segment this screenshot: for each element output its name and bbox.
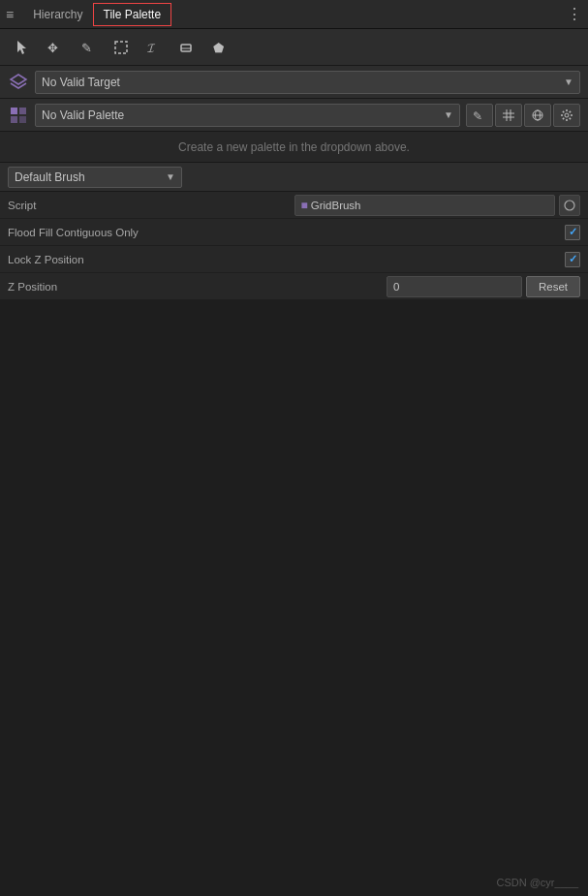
- menu-icon[interactable]: ≡: [6, 7, 14, 22]
- flood-fill-checkbox[interactable]: [565, 225, 580, 240]
- layer-icon: [8, 72, 29, 93]
- lock-z-property-row: Lock Z Position: [0, 246, 588, 273]
- svg-rect-10: [19, 108, 26, 114]
- script-property-row: Script ■ GridBrush: [0, 192, 588, 219]
- svg-rect-12: [19, 116, 26, 123]
- target-dropdown-arrow: ▼: [564, 77, 573, 87]
- brush-dropdown-arrow: ▼: [166, 171, 175, 182]
- flood-fill-label: Flood Fill Contiguous Only: [8, 227, 565, 238]
- palette-row: No Valid Palette ▼ ✎: [0, 99, 588, 132]
- grid-palette-button[interactable]: [495, 104, 522, 127]
- svg-text:✎: ✎: [81, 41, 92, 55]
- svg-line-29: [563, 117, 564, 118]
- brush-dropdown[interactable]: Default Brush ▼: [8, 167, 182, 188]
- paint-icon: ✎: [80, 40, 96, 55]
- palette-dropdown[interactable]: No Valid Palette ▼: [35, 104, 460, 127]
- lock-z-checkbox[interactable]: [565, 252, 580, 267]
- script-type-icon: ■: [301, 199, 308, 212]
- target-dropdown[interactable]: No Valid Target ▼: [35, 71, 580, 94]
- flood-fill-property-row: Flood Fill Contiguous Only: [0, 219, 588, 246]
- palette-tools: ✎: [466, 104, 580, 127]
- rect-tool-button[interactable]: [107, 34, 136, 61]
- edit-palette-button[interactable]: ✎: [466, 104, 493, 127]
- flood-fill-value: [565, 225, 580, 240]
- window-header: ≡ Hierarchy Tile Palette ⋮: [0, 0, 588, 29]
- properties-table: Script ■ GridBrush Flood Fill Contiguous…: [0, 192, 588, 300]
- erase-icon: [179, 40, 195, 55]
- fill-icon: ⬟: [212, 40, 228, 55]
- select-icon: [15, 40, 30, 55]
- svg-point-30: [565, 201, 574, 210]
- settings-palette-button[interactable]: [553, 104, 580, 127]
- rect-icon: [113, 40, 129, 55]
- palette-icon: [8, 105, 29, 126]
- info-text: Create a new palette in the dropdown abo…: [178, 140, 410, 154]
- watermark: CSDN @cyr____: [496, 877, 578, 888]
- script-field[interactable]: ■ GridBrush: [294, 195, 556, 216]
- target-row: No Valid Target ▼: [0, 66, 588, 99]
- svg-rect-3: [115, 42, 127, 53]
- move-tool-button[interactable]: ✥: [41, 34, 70, 61]
- lock-z-label: Lock Z Position: [8, 254, 565, 265]
- paint-tool-button[interactable]: ✎: [74, 34, 103, 61]
- svg-line-26: [563, 110, 564, 111]
- eyedropper-tool-button[interactable]: 𝓘: [139, 34, 169, 61]
- palette-dropdown-arrow: ▼: [444, 109, 453, 120]
- z-position-label: Z Position: [8, 281, 387, 293]
- svg-marker-0: [17, 41, 26, 54]
- svg-text:𝓘: 𝓘: [147, 41, 156, 55]
- eyedropper-icon: 𝓘: [146, 40, 162, 55]
- script-select-button[interactable]: [559, 195, 580, 216]
- header-more-icon[interactable]: ⋮: [567, 5, 582, 23]
- svg-point-21: [565, 113, 569, 117]
- z-position-value: Reset: [387, 276, 580, 297]
- script-label: Script: [8, 200, 294, 211]
- fill-tool-button[interactable]: ⬟: [205, 34, 234, 61]
- z-position-input[interactable]: [387, 276, 522, 297]
- svg-line-27: [570, 117, 571, 118]
- svg-rect-11: [11, 116, 17, 123]
- toolbar: ✥ ✎ 𝓘 ⬟: [0, 29, 588, 66]
- globe-palette-button[interactable]: [524, 104, 551, 127]
- select-tool-button[interactable]: [8, 34, 37, 61]
- z-position-property-row: Z Position Reset: [0, 273, 588, 300]
- svg-marker-8: [11, 75, 26, 84]
- svg-text:✥: ✥: [47, 41, 58, 55]
- svg-text:✎: ✎: [473, 109, 482, 122]
- script-value: ■ GridBrush: [294, 195, 581, 216]
- svg-text:⬟: ⬟: [213, 41, 225, 55]
- info-row: Create a new palette in the dropdown abo…: [0, 132, 588, 163]
- tab-tile-palette[interactable]: Tile Palette: [93, 3, 172, 26]
- erase-tool-button[interactable]: [172, 34, 201, 61]
- svg-line-28: [570, 110, 571, 111]
- svg-rect-9: [11, 108, 17, 114]
- tab-hierarchy[interactable]: Hierarchy: [23, 4, 92, 25]
- lock-z-value: [565, 252, 580, 267]
- brush-header: Default Brush ▼: [0, 163, 588, 192]
- reset-button[interactable]: Reset: [526, 276, 580, 297]
- move-icon: ✥: [47, 40, 63, 55]
